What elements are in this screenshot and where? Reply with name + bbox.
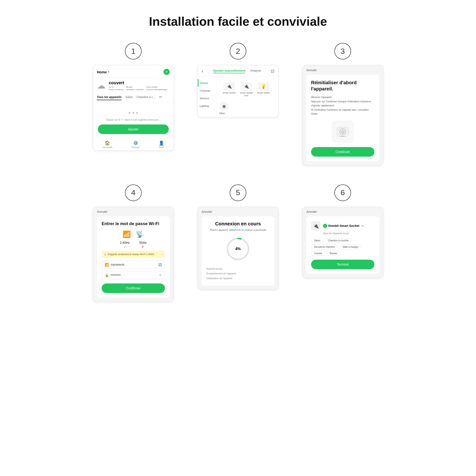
s4-title: Entrer le mot de passe Wi-Fi	[102, 221, 165, 227]
device-smart-socket[interactable]: 🔌 Smart Socket	[222, 82, 236, 97]
step-1-col: 1 Home ▾ + ☁ couvert 11°CTemp à l'extéri…	[88, 43, 178, 165]
pressure: 1011.4 hPaPression Atmosphérique	[146, 86, 167, 91]
home-icon: 🏠	[105, 140, 110, 146]
cloud-icon: ☁	[97, 81, 105, 91]
s2-scan-icon[interactable]: ⊡	[271, 68, 274, 74]
s1-add-button-main[interactable]: Ajouter	[98, 124, 169, 134]
s2-tab-manual[interactable]: Ajouter manuellement	[213, 69, 245, 73]
step-5-number: 5	[230, 185, 246, 201]
s1-add-button[interactable]: +	[164, 69, 170, 75]
warning-icon: ⚠	[104, 253, 106, 255]
s6-success-label: Ajout de l'appareil réussi	[311, 232, 374, 235]
s6-done-button[interactable]: Terminé	[311, 260, 374, 269]
step-3-screen: Annuler Réinitialiser d'abord l'appareil…	[302, 65, 383, 165]
wifi-icon: 📡	[136, 230, 144, 238]
steps-row-2: 4 Annuler Entrer le mot de passe Wi-Fi 📶…	[88, 185, 388, 302]
step-4-screen: Annuler Entrer le mot de passe Wi-Fi 📶 📡…	[93, 207, 174, 302]
temp: 11°CTemp à l'extérieur	[109, 86, 124, 91]
sidebar-cameras[interactable]: Cameras	[198, 87, 217, 95]
s3-cancel[interactable]: Annuler	[303, 66, 383, 75]
s2-device-grid: 🔌 Smart Socket 🔌 Smart Socket Duo 💡 Smar…	[219, 79, 276, 100]
s1-home-title: Home ▾	[97, 70, 109, 74]
tag-chambre-coucher[interactable]: Chambre à coucher	[325, 238, 352, 243]
step-3-col: 3 Annuler Réinitialiser d'abord l'appare…	[298, 43, 388, 165]
s2-sidebar: Power Cameras Sensors Lighting	[198, 77, 217, 117]
s3-description: Allumez l'appareil. Appuyer sur Continue…	[311, 95, 374, 116]
sidebar-sensors[interactable]: Sensors	[198, 95, 217, 102]
bottom-nav-home[interactable]: 🏠 Ma famille	[102, 140, 112, 149]
device-smart-socket-duo[interactable]: 🔌 Smart Socket Duo	[239, 82, 254, 97]
s4-confirm-button[interactable]: Confirmer	[102, 284, 165, 293]
step-4-number: 4	[125, 185, 142, 201]
s3-continue-button[interactable]: Continuer	[311, 147, 374, 157]
other-label: Other	[219, 112, 276, 115]
s4-cancel[interactable]: Annuler	[93, 207, 173, 216]
humidity: 55.0%Humidité à l'extérieur	[126, 86, 144, 91]
check-24-icon: ✓	[123, 245, 126, 249]
s5-cancel[interactable]: Annuler	[198, 207, 278, 216]
scenario-icon: ⚙️	[133, 140, 138, 146]
router-icon: 📶	[122, 230, 131, 238]
lock-icon: 🔒	[105, 273, 109, 277]
step-2-screen: ‹ Ajouter manuellement Analyse ⊡ Power C…	[198, 65, 278, 117]
step-6-number: 6	[334, 185, 351, 201]
edit-icon[interactable]: ✏	[361, 224, 364, 228]
step-5-screen: Annuler Connexion en cours Placez appare…	[198, 207, 278, 290]
s6-device-icon: 🔌	[311, 221, 321, 231]
tag-salon[interactable]: Salon	[311, 238, 323, 243]
s4-warning: ⚠ Supporte seulement le réseau Wi-Fi 2.4…	[102, 251, 165, 258]
s1-bottom-nav: 🏠 Ma famille ⚙️ Scénario 👤 Profil	[93, 138, 173, 151]
s1-header: Home ▾ +	[93, 66, 173, 78]
s1-dots	[93, 102, 173, 119]
tag-deuxieme-chambre[interactable]: Deuxième chambre	[311, 244, 338, 249]
s5-steps: Appareil trouvé Enregistrement de l'appa…	[206, 267, 270, 281]
s1-nav-tabs: Tous les appareils Salon Chambre à c... …	[93, 94, 173, 102]
sidebar-lighting[interactable]: Lighting	[198, 102, 217, 110]
tab-salon[interactable]: Salon	[125, 95, 133, 100]
step-1-number: 1	[125, 43, 142, 60]
weather-label: couvert	[109, 81, 167, 85]
tab-more[interactable]: •••	[159, 95, 162, 100]
s5-subtitle: Placez appareil, téléphone et routeur à …	[206, 228, 270, 231]
s6-cancel[interactable]: Annuler	[303, 207, 383, 216]
freq-24: 2.4GHz ✓	[120, 241, 130, 249]
s2-back-icon[interactable]: ‹	[202, 68, 203, 74]
page-title: Installation facile et conviviale	[149, 14, 327, 29]
freq-5: 5GHz ✗	[139, 241, 147, 249]
svg-rect-3	[340, 136, 345, 137]
step-4-col: 4 Annuler Entrer le mot de passe Wi-Fi 📶…	[88, 185, 178, 302]
tab-chambre[interactable]: Chambre à c...	[136, 95, 155, 100]
s6-room-tags: Salon Chambre à coucher Deuxième chambre…	[311, 238, 374, 256]
tag-cuisine[interactable]: Cuisine	[311, 251, 325, 256]
s2-header: ‹ Ajouter manuellement Analyse ⊡	[198, 66, 278, 77]
progress-pct: 4%	[235, 247, 241, 251]
bottom-nav-scenario[interactable]: ⚙️ Scénario	[131, 140, 140, 149]
check-5-icon: ✗	[141, 245, 144, 249]
step-2-number: 2	[230, 43, 246, 60]
tag-bureau[interactable]: Bureau	[326, 251, 340, 256]
s1-weather: ☁ couvert 11°CTemp à l'extérieur 55.0%Hu…	[93, 78, 173, 94]
step-6-col: 6 Annuler 🔌 ✓ Hombli Smart Socket ✏ Ajou…	[298, 185, 388, 302]
s3-title: Réinitialiser d'abord l'appareil.	[311, 80, 374, 92]
tab-all-devices[interactable]: Tous les appareils	[97, 95, 122, 100]
step-2-col: 2 ‹ Ajouter manuellement Analyse ⊡ Power…	[193, 43, 283, 165]
s5-title: Connexion en cours	[206, 221, 270, 227]
s6-device-name: Hombli Smart Socket	[328, 224, 359, 227]
success-badge: ✓	[323, 224, 327, 228]
step-1-screen: Home ▾ + ☁ couvert 11°CTemp à l'extérieu…	[93, 65, 174, 151]
wifi-field-icon: 📶	[105, 263, 109, 267]
sidebar-power[interactable]: Power	[198, 79, 217, 87]
s1-hint: Cliquez sur le "+" dans le coin supérieu…	[93, 119, 173, 124]
device-smart-switch[interactable]: 💡 Smart Switch	[256, 82, 271, 97]
other-icon: ⊕	[219, 102, 229, 111]
step-3-number: 3	[334, 43, 351, 60]
tag-salle-manger[interactable]: Salle à manger	[340, 244, 361, 249]
s4-network-field[interactable]: 📶 mynetwork 🔄	[102, 261, 165, 269]
s2-tab-analyse[interactable]: Analyse	[250, 69, 261, 73]
s3-device-image: ⏻	[332, 121, 354, 142]
bottom-nav-profile[interactable]: 👤 Profil	[159, 140, 164, 149]
profile-icon: 👤	[159, 140, 164, 146]
svg-text:⏻: ⏻	[341, 130, 344, 134]
step-5-col: 5 Annuler Connexion en cours Placez appa…	[193, 185, 283, 302]
s4-password-field[interactable]: 🔒 •••••••••• 👁	[102, 271, 165, 279]
